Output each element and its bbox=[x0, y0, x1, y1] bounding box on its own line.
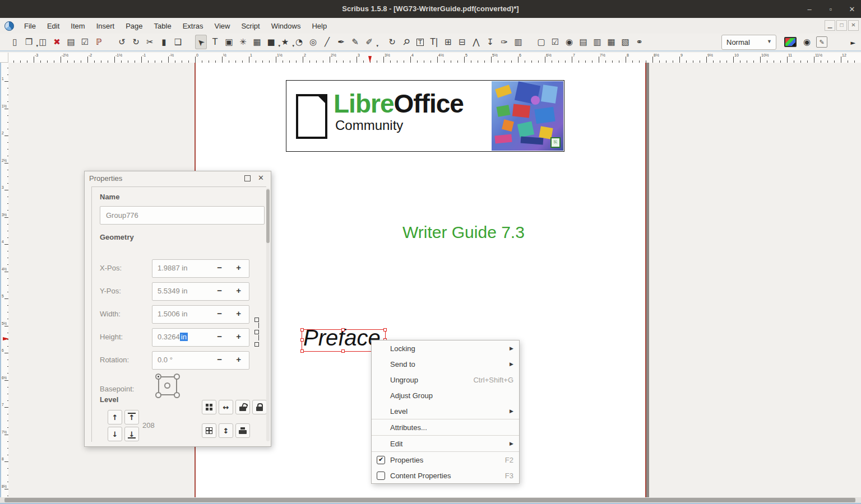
open-document[interactable]: ❐▾ bbox=[23, 35, 35, 49]
print-enabled-button[interactable] bbox=[235, 423, 250, 438]
basepoint-widget[interactable] bbox=[158, 376, 177, 395]
menu-windows[interactable]: Windows bbox=[266, 18, 307, 34]
copy[interactable]: ▮ bbox=[158, 35, 170, 49]
pdf-push-button[interactable]: ▢ bbox=[535, 35, 547, 49]
context-menu-item-edit[interactable]: Edit▶ bbox=[372, 436, 519, 451]
edit-contents[interactable]: T bbox=[414, 35, 426, 49]
horizontal-ruler[interactable]: -3-2½-2-1½-1-½0½11½22½33½44½55½66½77½88½… bbox=[8, 53, 861, 63]
menu-view[interactable]: View bbox=[209, 18, 235, 34]
horizontal-scrollbar[interactable] bbox=[0, 497, 861, 504]
insert-calligraphic-line[interactable]: ✐▾ bbox=[363, 35, 375, 49]
selection-handle[interactable] bbox=[341, 349, 345, 353]
pdf-checkbox[interactable]: ☑ bbox=[549, 35, 561, 49]
print-document[interactable]: ▤ bbox=[65, 35, 77, 49]
context-menu-item-locking[interactable]: Locking▶ bbox=[372, 340, 519, 356]
width-increment-button[interactable]: + bbox=[236, 309, 241, 318]
context-menu-item-send-to[interactable]: Send to▶ bbox=[372, 356, 519, 372]
menu-file[interactable]: File bbox=[18, 18, 41, 34]
preflight-verifier[interactable]: ☑ bbox=[79, 35, 91, 49]
measurements[interactable]: ⋀ bbox=[470, 35, 482, 49]
rotate-item[interactable]: ↻ bbox=[386, 35, 398, 49]
rotation-input[interactable]: 0.0 °−+ bbox=[152, 351, 249, 370]
pdf-link-annotation[interactable]: ⚭ bbox=[633, 35, 645, 49]
flip-vertical-button[interactable]: ↕ bbox=[219, 423, 233, 438]
pdf-combo-box[interactable]: ▥ bbox=[591, 35, 603, 49]
mdi-restore-button[interactable]: □ bbox=[836, 20, 847, 31]
undo[interactable]: ↺ bbox=[116, 35, 128, 49]
context-menu-item-properties[interactable]: ✔PropertiesF2 bbox=[372, 452, 519, 468]
export-pdf[interactable]: ℙ bbox=[93, 35, 105, 49]
rotation-decrement-button[interactable]: − bbox=[217, 354, 222, 364]
maximize-button[interactable]: ▫ bbox=[826, 5, 835, 13]
eye-dropper[interactable]: ✑ bbox=[498, 35, 510, 49]
basepoint-top-left[interactable] bbox=[155, 374, 161, 380]
redo[interactable]: ↻ bbox=[130, 35, 142, 49]
insert-text-frame[interactable]: T bbox=[209, 35, 221, 49]
name-input[interactable]: Group776 bbox=[100, 206, 265, 225]
mdi-minimize-button[interactable]: ▁ bbox=[825, 20, 835, 31]
paragraph-style-combo[interactable]: Normal ▼ bbox=[721, 35, 776, 50]
y-pos-input[interactable]: 5.5349 in−+ bbox=[152, 282, 249, 301]
menu-script[interactable]: Script bbox=[235, 18, 265, 34]
document-title-text[interactable]: Writer Guide 7.3 bbox=[402, 223, 525, 242]
edit-text-story-editor[interactable]: T| bbox=[428, 35, 440, 49]
context-menu-item-adjust-group[interactable]: Adjust Group bbox=[372, 388, 519, 403]
unlink-text-frames[interactable]: ⊟ bbox=[456, 35, 468, 49]
insert-arc[interactable]: ◔ bbox=[293, 35, 305, 49]
link-width-height-icon[interactable] bbox=[253, 318, 260, 346]
level-to-top-button[interactable]: ↑ bbox=[124, 410, 139, 424]
pdf-list-box[interactable]: ▦ bbox=[605, 35, 617, 49]
x-pos-input[interactable]: 1.9887 in−+ bbox=[152, 259, 249, 278]
menu-extras[interactable]: Extras bbox=[177, 18, 209, 34]
rotation-increment-button[interactable]: + bbox=[236, 354, 241, 364]
zoom-tool[interactable]: ⚲ bbox=[400, 35, 412, 49]
flip-horizontal-button[interactable]: ↔ bbox=[219, 400, 233, 414]
selection-handle[interactable] bbox=[341, 328, 345, 332]
lock-size-button[interactable] bbox=[252, 400, 267, 414]
context-menu-item-attributes[interactable]: Attributes... bbox=[372, 419, 519, 435]
select-item-tool[interactable]: ➤ bbox=[195, 35, 207, 49]
close-button[interactable]: ✕ bbox=[848, 5, 857, 13]
context-menu-item-level[interactable]: Level▶ bbox=[372, 403, 519, 419]
panel-float-icon[interactable] bbox=[244, 175, 251, 181]
preview-mode-icon[interactable]: ◉ bbox=[803, 37, 811, 47]
width-input[interactable]: 1.5006 in−+ bbox=[152, 305, 249, 324]
level-down-button[interactable]: ↓ bbox=[108, 427, 122, 441]
insert-freehand-line[interactable]: ✎ bbox=[349, 35, 361, 49]
menu-edit[interactable]: Edit bbox=[41, 18, 65, 34]
minimize-button[interactable]: – bbox=[805, 5, 814, 13]
menu-page[interactable]: Page bbox=[120, 18, 148, 34]
basepoint-top-right[interactable] bbox=[174, 374, 180, 380]
insert-bezier-curve[interactable]: ✒ bbox=[335, 35, 347, 49]
menu-help[interactable]: Help bbox=[306, 18, 332, 34]
panel-scrollbar-thumb[interactable] bbox=[266, 189, 270, 243]
group-button[interactable] bbox=[202, 400, 216, 414]
new-document[interactable]: ▯ bbox=[9, 35, 21, 49]
pdf-text-annotation[interactable]: ▧ bbox=[619, 35, 631, 49]
mdi-close-button[interactable]: ✕ bbox=[848, 20, 859, 31]
link-text-frames[interactable]: ⊞ bbox=[442, 35, 454, 49]
menu-table[interactable]: Table bbox=[149, 18, 177, 34]
menu-insert[interactable]: Insert bbox=[91, 18, 121, 34]
pdf-radio-button[interactable]: ◉ bbox=[563, 35, 575, 49]
edit-in-preview-icon[interactable]: ✎ bbox=[816, 36, 827, 48]
y-pos-decrement-button[interactable]: − bbox=[217, 286, 222, 295]
basepoint-bottom-left[interactable] bbox=[155, 392, 161, 398]
basepoint-center[interactable] bbox=[164, 382, 170, 389]
insert-image-frame[interactable]: ▣ bbox=[223, 35, 235, 49]
panel-scrollbar[interactable] bbox=[266, 188, 270, 441]
checkbox-checked-icon[interactable]: ✔ bbox=[377, 456, 385, 464]
copy-item-properties[interactable]: ↧ bbox=[484, 35, 496, 49]
selection-handle[interactable] bbox=[300, 338, 304, 342]
paste[interactable]: ❑ bbox=[172, 35, 184, 49]
height-decrement-button[interactable]: − bbox=[217, 332, 222, 341]
menu-item[interactable]: Item bbox=[65, 18, 90, 34]
color-display-icon[interactable] bbox=[784, 37, 797, 47]
x-pos-decrement-button[interactable]: − bbox=[217, 263, 222, 272]
selection-handle[interactable] bbox=[300, 349, 304, 353]
toolbar-overflow-arrow[interactable]: ► bbox=[851, 39, 855, 46]
insert-barcode[interactable]: ▥ bbox=[512, 35, 524, 49]
selection-handle[interactable] bbox=[383, 328, 387, 332]
insert-table[interactable]: ▦ bbox=[251, 35, 263, 49]
cut[interactable]: ✂ bbox=[144, 35, 156, 49]
